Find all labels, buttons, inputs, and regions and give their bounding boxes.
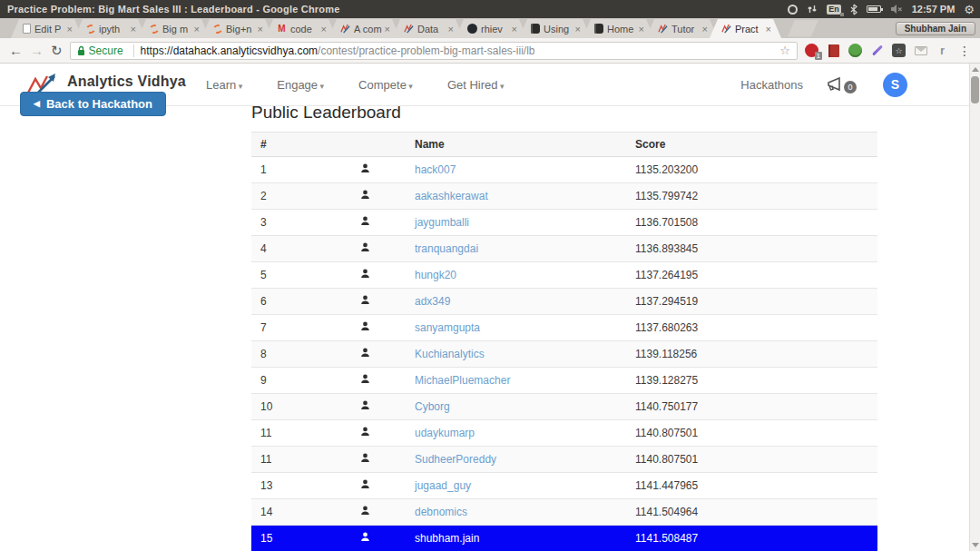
tab-close-icon[interactable]: × xyxy=(448,25,454,34)
forward-navigation-icon[interactable]: → xyxy=(30,44,44,57)
gmail-icon xyxy=(277,24,287,34)
browser-tab[interactable]: rhiev× xyxy=(456,19,527,38)
user-name-link[interactable]: sanyamgupta xyxy=(415,321,480,334)
user-name-link[interactable]: tranquangdai xyxy=(415,242,478,255)
column-header-name: Name xyxy=(415,133,635,157)
reload-icon[interactable]: ↻ xyxy=(51,44,63,57)
user-name-link[interactable]: udaykumarp xyxy=(415,427,475,439)
analytics-vidhya-icon xyxy=(658,24,668,34)
browser-tab[interactable]: A com× xyxy=(328,19,400,38)
rank-cell: 14 xyxy=(251,499,349,526)
user-name-link[interactable]: SudheerPoreddy xyxy=(415,453,496,466)
tab-close-icon[interactable]: × xyxy=(766,25,771,34)
tab-close-icon[interactable]: × xyxy=(639,25,644,34)
rank-cell: 3 xyxy=(251,210,349,236)
new-tab-button[interactable] xyxy=(788,20,818,37)
leaderboard-row: 13jugaad_guy1141.447965 xyxy=(251,473,877,499)
network-arrows-icon[interactable] xyxy=(807,4,818,15)
address-bar[interactable]: Secure https://datahack.analyticsvidhya.… xyxy=(70,42,798,60)
tab-close-icon[interactable]: × xyxy=(321,25,327,34)
letter-r-extension-icon[interactable]: r xyxy=(936,44,949,57)
browser-tab[interactable]: Data× xyxy=(392,19,464,38)
sync-status-icon[interactable] xyxy=(788,5,798,15)
nav-item-hackathons[interactable]: Hackathons xyxy=(740,78,803,92)
user-name-link[interactable]: jugaad_guy xyxy=(415,479,471,492)
tab-close-icon[interactable]: × xyxy=(512,25,517,34)
tab-close-icon[interactable]: × xyxy=(258,25,263,34)
name-cell: hack007 xyxy=(415,157,635,183)
mail-extension-icon[interactable] xyxy=(914,44,927,57)
leaderboard-row: 5hungk201137.264195 xyxy=(251,262,877,289)
user-name-link[interactable]: adx349 xyxy=(415,295,450,308)
tab-close-icon[interactable]: × xyxy=(194,25,200,34)
browser-menu-icon[interactable]: ⋮ xyxy=(958,44,971,58)
user-name-link[interactable]: MichaelPluemacher xyxy=(415,374,510,387)
nav-item-get-hired[interactable]: Get Hired xyxy=(447,78,505,92)
user-name-link[interactable]: hungk20 xyxy=(415,269,456,281)
red-book-extension-icon[interactable] xyxy=(827,44,840,57)
score-cell: 1136.701508 xyxy=(635,210,877,236)
back-navigation-icon[interactable]: ← xyxy=(9,44,23,57)
browser-tab[interactable]: Tutor× xyxy=(646,19,718,38)
nav-item-compete[interactable]: Compete xyxy=(358,78,413,92)
session-menu-gear-icon[interactable]: ⚙ xyxy=(964,4,975,15)
bookmark-star-icon[interactable]: ☆ xyxy=(779,44,790,57)
leaderboard-row: 11udaykumarp1140.807501 xyxy=(251,420,877,447)
clock[interactable]: 12:57 PM xyxy=(912,4,956,15)
browser-tab[interactable]: Pract× xyxy=(710,19,781,38)
green-circle-extension-icon[interactable] xyxy=(848,44,862,57)
notifications-button[interactable]: 0 xyxy=(827,77,847,92)
jupyter-icon xyxy=(212,23,224,34)
score-cell: 1140.750177 xyxy=(635,394,877,420)
red-badge-extension-icon[interactable]: 1 xyxy=(805,44,818,57)
browser-tab[interactable]: Big m× xyxy=(138,19,210,38)
volume-muted-icon[interactable] xyxy=(890,4,903,15)
tab-close-icon[interactable]: × xyxy=(575,25,581,34)
analytics-vidhya-icon xyxy=(404,24,414,34)
browser-tab[interactable]: ipyth× xyxy=(74,19,146,38)
browser-tab[interactable]: Home× xyxy=(583,19,654,38)
analytics-vidhya-icon xyxy=(721,24,731,34)
screen: Practice Problem: Big Mart Sales III : L… xyxy=(0,0,980,551)
battery-icon[interactable] xyxy=(867,5,881,13)
tab-title: Big m xyxy=(162,24,194,34)
browser-toolbar: ← → ↻ Secure https://datahack.analyticsv… xyxy=(0,38,980,64)
rank-cell: 6 xyxy=(251,289,349,315)
lightbulb-extension-icon[interactable]: ☆ xyxy=(892,44,906,57)
tab-title: ipyth xyxy=(99,24,131,34)
tab-close-icon[interactable]: × xyxy=(702,25,708,34)
keyboard-layout-indicator[interactable]: En xyxy=(827,5,841,15)
nav-item-learn[interactable]: Learn xyxy=(206,78,242,92)
column-header-rank: # xyxy=(251,133,349,157)
scrollbar-up-arrow-icon[interactable] xyxy=(972,67,979,72)
browser-tab[interactable]: Edit P× xyxy=(11,19,83,38)
back-to-hackathon-button[interactable]: ◀ Back to Hackathon xyxy=(20,92,166,116)
purple-pen-extension-icon[interactable] xyxy=(870,44,884,57)
user-name-link[interactable]: aakashkerawat xyxy=(415,190,488,202)
user-avatar[interactable]: S xyxy=(883,73,907,97)
user-name-link[interactable]: hack007 xyxy=(415,163,456,176)
nav-item-engage[interactable]: Engage xyxy=(277,78,324,92)
user-name-link[interactable]: Cyborg xyxy=(415,400,450,413)
column-header-avatar xyxy=(349,133,415,157)
page-scrollbar[interactable] xyxy=(969,64,980,551)
user-name-link[interactable]: shubham.jain xyxy=(415,532,479,545)
user-name-link[interactable]: jaygumballi xyxy=(415,216,469,229)
bluetooth-icon[interactable] xyxy=(850,4,858,15)
user-name-link[interactable]: Kuchianalytics xyxy=(415,348,485,360)
user-name-link[interactable]: debnomics xyxy=(415,506,467,518)
browser-profile-button[interactable]: Shubham Jain xyxy=(896,22,975,35)
tab-close-icon[interactable]: × xyxy=(131,25,136,34)
browser-tab[interactable]: Using× xyxy=(519,19,591,38)
user-person-icon xyxy=(349,499,415,526)
url-scheme: https:// xyxy=(141,44,173,57)
tab-close-icon[interactable]: × xyxy=(67,25,73,34)
tab-close-icon[interactable]: × xyxy=(385,25,390,34)
browser-tab[interactable]: code× xyxy=(265,19,337,38)
browser-tab[interactable]: Big+n× xyxy=(201,19,273,38)
green-circle-extension-icon-glyph xyxy=(848,44,862,57)
scrollbar-thumb[interactable] xyxy=(971,76,979,103)
tab-title: Tutor xyxy=(671,24,702,34)
lightbulb-extension-icon-glyph: ☆ xyxy=(892,44,906,57)
scrollbar-down-arrow-icon[interactable] xyxy=(972,543,979,547)
